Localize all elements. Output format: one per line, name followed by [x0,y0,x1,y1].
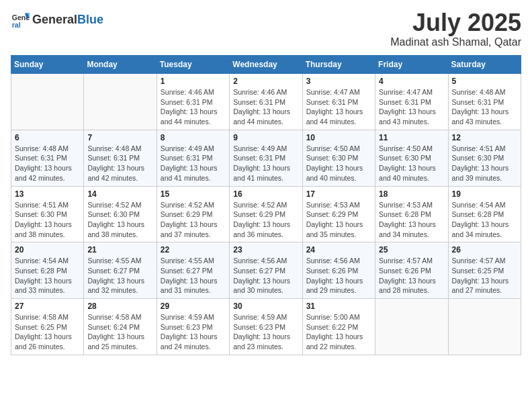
calendar-cell: 20Sunrise: 4:54 AMSunset: 6:28 PMDayligh… [11,242,84,299]
calendar-cell: 31Sunrise: 5:00 AMSunset: 6:22 PMDayligh… [302,299,375,355]
sunset-text: Sunset: 6:22 PM [306,323,359,331]
header-friday: Friday [375,56,448,74]
day-number: 14 [87,189,152,199]
day-info: Sunrise: 4:57 AMSunset: 6:25 PMDaylight:… [452,256,517,295]
daylight-text: Daylight: 13 hours and 26 minutes. [15,332,72,351]
sunrise-text: Sunrise: 4:48 AM [452,88,506,96]
sunset-text: Sunset: 6:30 PM [452,154,504,162]
calendar-cell [84,74,157,130]
day-info: Sunrise: 4:48 AMSunset: 6:31 PMDaylight:… [15,144,80,183]
daylight-text: Daylight: 13 hours and 31 minutes. [161,277,218,295]
daylight-text: Daylight: 13 hours and 37 minutes. [161,220,218,238]
header: Gene ral GeneralBlue July 2025 Madinat a… [11,11,521,48]
daylight-text: Daylight: 13 hours and 34 minutes. [452,220,509,238]
calendar-cell: 12Sunrise: 4:51 AMSunset: 6:30 PMDayligh… [448,130,521,186]
logo: Gene ral GeneralBlue [11,11,103,30]
day-number: 21 [87,245,152,255]
calendar-cell: 15Sunrise: 4:52 AMSunset: 6:29 PMDayligh… [157,186,229,242]
calendar-cell: 17Sunrise: 4:53 AMSunset: 6:29 PMDayligh… [302,186,375,242]
logo-name: GeneralBlue [32,13,103,27]
daylight-text: Daylight: 13 hours and 42 minutes. [87,164,144,182]
calendar-cell: 28Sunrise: 4:58 AMSunset: 6:24 PMDayligh… [84,299,157,355]
sunrise-text: Sunrise: 4:54 AM [452,201,506,209]
day-number: 4 [379,77,444,86]
sunrise-text: Sunrise: 4:48 AM [15,144,69,152]
sunset-text: Sunset: 6:30 PM [15,210,67,218]
day-info: Sunrise: 4:52 AMSunset: 6:30 PMDaylight:… [87,200,152,240]
header-wednesday: Wednesday [230,56,302,74]
day-number: 17 [306,189,371,199]
sunset-text: Sunset: 6:29 PM [161,210,213,218]
day-info: Sunrise: 4:59 AMSunset: 6:23 PMDaylight:… [233,312,298,352]
sunrise-text: Sunrise: 4:57 AM [379,257,433,265]
sunset-text: Sunset: 6:31 PM [161,98,213,106]
daylight-text: Daylight: 13 hours and 42 minutes. [15,164,72,182]
day-info: Sunrise: 4:48 AMSunset: 6:31 PMDaylight:… [452,87,517,127]
day-info: Sunrise: 4:58 AMSunset: 6:24 PMDaylight:… [87,312,152,352]
sunset-text: Sunset: 6:28 PM [452,210,504,218]
daylight-text: Daylight: 13 hours and 23 minutes. [233,332,290,351]
day-info: Sunrise: 4:57 AMSunset: 6:26 PMDaylight:… [379,256,444,295]
header-monday: Monday [84,56,157,74]
sunset-text: Sunset: 6:29 PM [233,210,285,218]
logo-icon: Gene ral [11,11,30,30]
sunset-text: Sunset: 6:25 PM [15,323,67,331]
daylight-text: Daylight: 13 hours and 41 minutes. [161,164,218,182]
day-number: 18 [379,189,444,199]
sunset-text: Sunset: 6:26 PM [379,267,431,275]
calendar-cell: 9Sunrise: 4:49 AMSunset: 6:31 PMDaylight… [230,130,302,186]
daylight-text: Daylight: 13 hours and 38 minutes. [87,220,144,238]
sunset-text: Sunset: 6:31 PM [87,154,140,162]
day-info: Sunrise: 4:49 AMSunset: 6:31 PMDaylight:… [233,144,298,183]
day-info: Sunrise: 4:50 AMSunset: 6:30 PMDaylight:… [306,144,371,183]
sunrise-text: Sunrise: 4:56 AM [306,257,360,265]
calendar-cell: 7Sunrise: 4:48 AMSunset: 6:31 PMDaylight… [84,130,157,186]
sunset-text: Sunset: 6:27 PM [233,267,285,275]
sunset-text: Sunset: 6:31 PM [306,98,359,106]
sunrise-text: Sunrise: 4:58 AM [15,313,69,321]
day-number: 28 [87,302,152,311]
day-number: 20 [15,245,80,255]
sunrise-text: Sunrise: 4:56 AM [233,257,287,265]
day-info: Sunrise: 4:51 AMSunset: 6:30 PMDaylight:… [15,200,80,240]
sunrise-text: Sunrise: 4:59 AM [233,313,287,321]
day-info: Sunrise: 4:55 AMSunset: 6:27 PMDaylight:… [87,256,152,295]
calendar-cell: 5Sunrise: 4:48 AMSunset: 6:31 PMDaylight… [448,74,521,130]
daylight-text: Daylight: 13 hours and 30 minutes. [233,277,290,295]
daylight-text: Daylight: 13 hours and 36 minutes. [233,220,290,238]
day-number: 8 [161,133,226,142]
sunrise-text: Sunrise: 4:49 AM [161,144,214,152]
daylight-text: Daylight: 13 hours and 33 minutes. [15,277,72,295]
day-number: 5 [452,77,517,86]
day-number: 6 [15,133,80,142]
day-info: Sunrise: 4:53 AMSunset: 6:28 PMDaylight:… [379,200,444,240]
sunset-text: Sunset: 6:30 PM [87,210,140,218]
calendar-cell: 24Sunrise: 4:56 AMSunset: 6:26 PMDayligh… [302,242,375,299]
daylight-text: Daylight: 13 hours and 43 minutes. [452,107,509,126]
sunset-text: Sunset: 6:30 PM [306,154,359,162]
day-number: 2 [233,77,298,86]
sunset-text: Sunset: 6:31 PM [15,154,67,162]
day-number: 12 [452,133,517,142]
calendar-cell: 23Sunrise: 4:56 AMSunset: 6:27 PMDayligh… [230,242,302,299]
header-thursday: Thursday [302,56,375,74]
sunset-text: Sunset: 6:25 PM [452,267,504,275]
calendar-cell: 3Sunrise: 4:47 AMSunset: 6:31 PMDaylight… [302,74,375,130]
calendar-table: Sunday Monday Tuesday Wednesday Thursday… [11,55,521,355]
daylight-text: Daylight: 13 hours and 25 minutes. [87,332,144,351]
sunset-text: Sunset: 6:31 PM [452,98,504,106]
sunrise-text: Sunrise: 4:48 AM [87,144,141,152]
daylight-text: Daylight: 13 hours and 40 minutes. [379,164,436,182]
day-info: Sunrise: 4:56 AMSunset: 6:26 PMDaylight:… [306,256,371,295]
calendar-cell: 2Sunrise: 4:46 AMSunset: 6:31 PMDaylight… [230,74,302,130]
calendar-cell: 13Sunrise: 4:51 AMSunset: 6:30 PMDayligh… [11,186,84,242]
day-number: 30 [233,302,298,311]
calendar-cell: 30Sunrise: 4:59 AMSunset: 6:23 PMDayligh… [230,299,302,355]
day-info: Sunrise: 4:55 AMSunset: 6:27 PMDaylight:… [161,256,226,295]
sunrise-text: Sunrise: 4:59 AM [161,313,214,321]
header-tuesday: Tuesday [157,56,229,74]
day-number: 22 [161,245,226,255]
sunrise-text: Sunrise: 5:00 AM [306,313,360,321]
daylight-text: Daylight: 13 hours and 34 minutes. [379,220,436,238]
daylight-text: Daylight: 13 hours and 44 minutes. [233,107,290,126]
